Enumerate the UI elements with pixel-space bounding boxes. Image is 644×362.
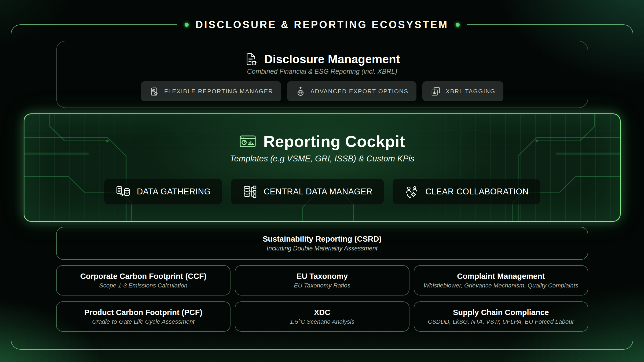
reporting-cockpit-features: DATA GATHERING CENT [104,179,540,205]
pill-label: DATA GATHERING [137,187,211,197]
csrd-title: Sustainability Reporting (CSRD) [263,235,382,243]
module-subtitle: 1.5°C Scenario Analysis [290,318,354,325]
disclosure-management-subtitle: Combined Financial & ESG Reporting (incl… [247,68,397,75]
reporting-cockpit-title: Reporting Cockpit [263,132,405,151]
module-title: XDC [314,308,330,317]
module-title: Product Carbon Footprint (PCF) [84,308,202,317]
disclosure-management-panel: Disclosure Management Combined Financial… [56,41,588,108]
pill-label: ADVANCED EXPORT OPTIONS [310,88,408,95]
pill-clear-collaboration: CLEAR COLLABORATION [393,179,540,205]
globe-export-icon [295,86,306,97]
pill-label: XBRL TAGGING [446,88,495,95]
report-gear-icon [149,86,160,97]
disclosure-management-features: FLEXIBLE REPORTING MANAGER ADVANCED EXPO… [141,81,503,101]
page-title: DISCLOSURE & REPORTING ECOSYSTEM [0,17,644,32]
csrd-panel: Sustainability Reporting (CSRD) Includin… [56,227,588,260]
pill-advanced-export-options: ADVANCED EXPORT OPTIONS [287,81,416,101]
module-subtitle: Cradle-to-Gate Life Cycle Assessment [92,318,195,325]
dashboard-monitor-icon [239,133,256,150]
reporting-cockpit-panel: Reporting Cockpit Templates (e.g VSME, G… [24,113,621,222]
pill-label: CENTRAL DATA MANAGER [264,187,372,197]
document-gear-icon [244,52,258,66]
disclosure-management-title: Disclosure Management [264,53,400,66]
page-title-text: DISCLOSURE & REPORTING ECOSYSTEM [196,19,449,31]
module-subtitle: Whistleblower, Grievance Mechanism, Qual… [424,282,578,289]
pill-label: CLEAR COLLABORATION [425,187,529,197]
csrd-subtitle: Including Double Materiality Assessment [267,245,378,252]
document-to-database-icon [116,184,131,199]
layered-windows-icon [430,86,441,97]
module-subtitle: EU Taxonomy Ratios [294,282,350,289]
pill-central-data-manager: CENTRAL DATA MANAGER [231,179,384,205]
cockpit-content: Reporting Cockpit Templates (e.g VSME, G… [24,114,620,221]
diagram-canvas: DISCLOSURE & REPORTING ECOSYSTEM Disclos… [0,0,644,362]
reporting-cockpit-header: Reporting Cockpit [239,132,405,150]
module-title: Supply Chain Compliance [453,308,549,317]
database-hierarchy-icon [242,184,257,199]
title-left-dot-icon [185,23,189,27]
module-corporate-carbon-footprint: Corporate Carbon Footprint (CCF) Scope 1… [56,265,230,295]
module-subtitle: Scope 1-3 Emissions Calculation [99,282,188,289]
module-xdc: XDC 1.5°C Scenario Analysis [235,301,409,332]
pill-label: FLEXIBLE REPORTING MANAGER [164,88,273,95]
people-gear-icon [404,184,419,199]
pill-flexible-reporting-manager: FLEXIBLE REPORTING MANAGER [141,81,281,101]
module-title: EU Taxonomy [297,272,348,281]
module-subtitle: CSDDD, LkSG, NTA, VSTr, UFLPA, EU Forced… [428,318,574,325]
module-product-carbon-footprint: Product Carbon Footprint (PCF) Cradle-to… [56,301,230,332]
pill-xbrl-tagging: XBRL TAGGING [422,81,503,101]
module-title: Corporate Carbon Footprint (CCF) [80,272,206,281]
module-complaint-management: Complaint Management Whistleblower, Grie… [414,265,588,295]
disclosure-management-header: Disclosure Management [244,52,400,67]
module-supply-chain-compliance: Supply Chain Compliance CSDDD, LkSG, NTA… [414,301,588,332]
reporting-cockpit-subtitle: Templates (e.g VSME, GRI, ISSB) & Custom… [230,154,415,164]
title-right-dot-icon [456,23,460,27]
pill-data-gathering: DATA GATHERING [104,179,222,205]
modules-grid: Corporate Carbon Footprint (CCF) Scope 1… [56,265,588,332]
module-eu-taxonomy: EU Taxonomy EU Taxonomy Ratios [235,265,409,295]
module-title: Complaint Management [457,272,545,281]
